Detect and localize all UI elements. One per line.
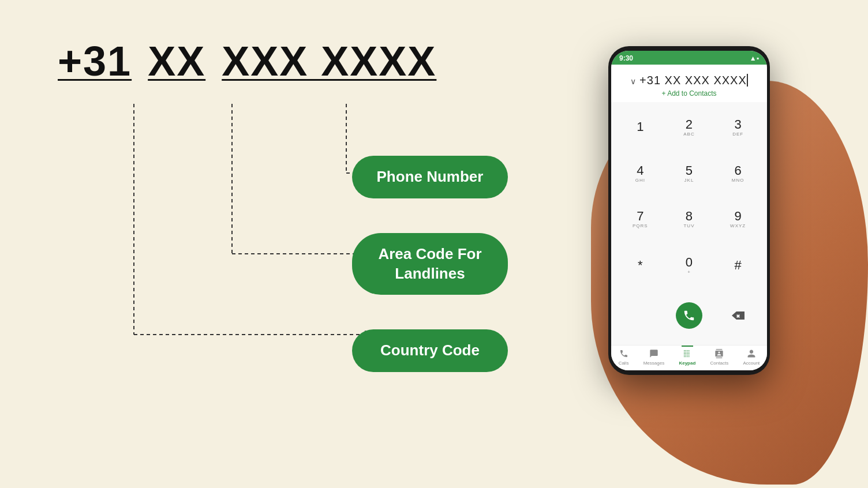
key-empty-left	[617, 290, 664, 341]
key-9[interactable]: 9WXYZ	[714, 198, 761, 242]
key-0[interactable]: 0+	[666, 243, 713, 287]
labels-area: Phone Number Area Code ForLandlines Coun…	[352, 156, 508, 372]
call-button[interactable]	[666, 290, 713, 341]
nav-messages[interactable]: Messages	[643, 349, 664, 366]
diagram-area: +31 XX XXX XXXX Phone Number Area Code F…	[35, 40, 508, 433]
key-6[interactable]: 6MNO	[714, 152, 761, 196]
keypad-label: Keypad	[679, 361, 695, 366]
phone-screen: 9:30 ▲▪ ∨ +31 XX XXX XXXX + Add to Conta…	[611, 51, 767, 370]
phone-number-text: XXX XXXX	[222, 40, 436, 82]
key-1[interactable]: 1	[617, 106, 664, 149]
nav-calls[interactable]: Calls	[619, 349, 629, 366]
chevron-down-icon: ∨	[630, 77, 639, 86]
messages-label: Messages	[643, 361, 664, 366]
dialer-display: ∨ +31 XX XXX XXXX + Add to Contacts	[611, 65, 767, 102]
number-display: +31 XX XXX XXXX	[639, 74, 748, 87]
key-hash[interactable]: #	[714, 243, 761, 287]
key-4[interactable]: 4GHI	[617, 152, 664, 196]
phone-device: 9:30 ▲▪ ∨ +31 XX XXX XXXX + Add to Conta…	[608, 46, 770, 375]
country-code-label: Country Code	[352, 329, 508, 372]
contacts-label: Contacts	[710, 361, 729, 366]
key-2[interactable]: 2ABC	[666, 106, 713, 149]
nav-keypad[interactable]: Keypad	[679, 349, 695, 366]
calls-icon	[619, 349, 628, 361]
calls-label: Calls	[619, 361, 629, 366]
key-star[interactable]: *	[617, 243, 664, 287]
key-8[interactable]: 8TUV	[666, 198, 713, 242]
phone-parts: +31 XX XXX XXXX	[58, 40, 436, 82]
key-5[interactable]: 5JKL	[666, 152, 713, 196]
key-7[interactable]: 7PQRS	[617, 198, 664, 242]
messages-icon	[649, 349, 659, 361]
nav-account[interactable]: Account	[743, 349, 760, 366]
delete-button[interactable]	[714, 290, 761, 341]
time-display: 9:30	[619, 54, 633, 62]
account-label: Account	[743, 361, 760, 366]
add-contact-button[interactable]: + Add to Contacts	[617, 89, 761, 97]
status-bar: 9:30 ▲▪	[611, 51, 767, 65]
phone-number-label: Phone Number	[352, 156, 508, 198]
keypad-icon	[683, 349, 692, 361]
account-icon	[747, 349, 756, 361]
nav-contacts[interactable]: Contacts	[710, 349, 729, 366]
key-3[interactable]: 3DEF	[714, 106, 761, 149]
dialed-number: ∨ +31 XX XXX XXXX	[617, 74, 761, 87]
phone-wrapper: 9:30 ▲▪ ∨ +31 XX XXX XXXX + Add to Conta…	[591, 35, 868, 485]
signal-icon: ▲▪	[750, 54, 759, 62]
area-code-text: XX	[148, 40, 205, 82]
area-code-label: Area Code ForLandlines	[352, 233, 508, 295]
bottom-nav: Calls Messages Keypad	[611, 345, 767, 370]
country-code-text: +31	[58, 40, 132, 82]
keypad: 1 2ABC 3DEF 4GHI 5JKL 6MNO 7PQRS 8TUV 9W…	[611, 102, 767, 345]
contacts-icon	[714, 349, 724, 361]
